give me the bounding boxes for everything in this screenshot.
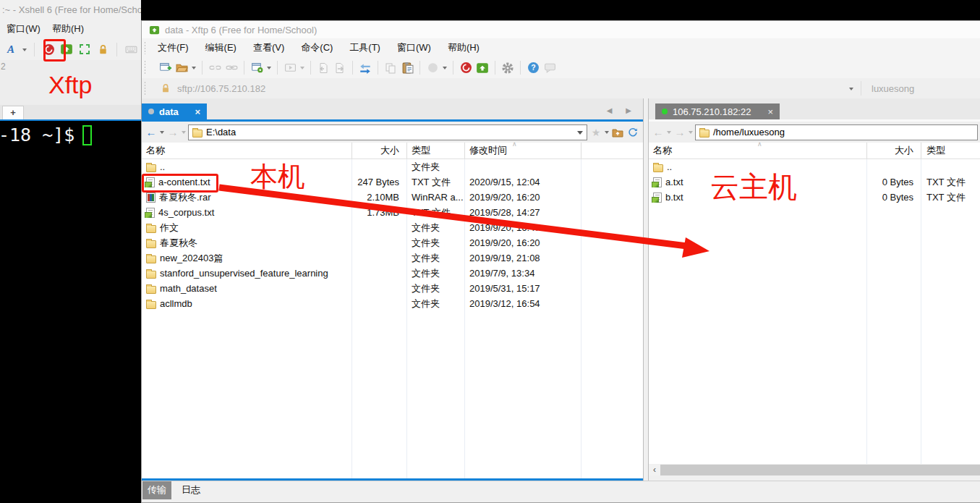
xftp-menu-item[interactable]: 窗口(W) <box>397 41 431 54</box>
file-row[interactable]: 春夏秋冬.rar2.10MBWinRAR a...2019/9/20, 16:2… <box>142 190 643 205</box>
file-name-cell[interactable]: a.txt <box>649 177 866 187</box>
open-folder-icon[interactable] <box>175 62 188 75</box>
remote-forward-caret[interactable] <box>689 131 693 136</box>
file-name-cell[interactable]: new_202403篇 <box>142 252 351 265</box>
back-icon[interactable]: ← <box>145 126 158 139</box>
file-row[interactable]: b.txt0 BytesTXT 文件 <box>649 190 980 205</box>
file-name-cell[interactable]: math_dataset <box>142 283 351 294</box>
xftp-menu-item[interactable]: 命令(C) <box>301 41 333 54</box>
xftp-launch-icon[interactable] <box>476 62 489 75</box>
file-name-cell[interactable]: 春夏秋冬 <box>142 237 351 250</box>
address-url[interactable]: sftp://106.75.210.182 <box>177 83 265 94</box>
new-session-icon[interactable] <box>158 62 171 75</box>
file-row[interactable]: 4s_corpus.txt1.73MBTXT 文件2019/5/28, 14:2… <box>142 205 643 220</box>
xftp-menu-item[interactable]: 查看(V) <box>253 41 284 54</box>
address-bar[interactable]: sftp://106.75.210.182 luxuesong <box>142 78 980 98</box>
file-row[interactable]: new_202403篇文件夹2019/9/19, 21:08 <box>142 250 643 266</box>
status-circle-caret[interactable] <box>443 67 447 72</box>
file-row[interactable]: 春夏秋冬文件夹2019/9/20, 16:20 <box>142 235 643 250</box>
previous-file-icon[interactable] <box>317 62 330 75</box>
file-row[interactable]: ..文件夹 <box>142 159 643 174</box>
file-name-cell[interactable]: acllmdb <box>142 298 351 309</box>
fullscreen-icon[interactable] <box>78 43 91 56</box>
remote-path-combobox[interactable]: /home/luxuesong <box>695 124 978 140</box>
remote-back-icon[interactable]: ← <box>652 126 665 139</box>
username-field[interactable]: luxuesong <box>872 83 980 94</box>
transfer-icon[interactable] <box>359 62 372 75</box>
new-terminal-tab-button[interactable]: + <box>2 106 24 119</box>
column-header-type[interactable]: 类型 <box>406 144 464 157</box>
xshell-logo-icon[interactable] <box>42 43 55 56</box>
reconnect-icon[interactable] <box>225 62 238 75</box>
address-history-caret[interactable] <box>849 88 853 93</box>
local-path-combobox[interactable]: E:\data <box>188 124 587 140</box>
remote-back-caret[interactable] <box>667 131 671 136</box>
file-row[interactable]: a.txt0 BytesTXT 文件 <box>649 174 980 190</box>
column-divider[interactable] <box>921 143 921 158</box>
scrollbar-left-arrow[interactable]: ‹ <box>649 465 660 475</box>
file-row[interactable]: math_dataset文件夹2019/5/31, 15:17 <box>142 281 643 296</box>
remote-tab[interactable]: 106.75.210.182:22 × <box>655 103 780 119</box>
copy-icon[interactable] <box>384 62 397 75</box>
execute-caret[interactable] <box>300 67 304 72</box>
file-name-cell[interactable]: 春夏秋冬.rar <box>142 191 351 204</box>
xshell-menu-item[interactable]: 窗口(W) <box>7 22 41 35</box>
file-name-cell[interactable]: 4s_corpus.txt <box>142 207 351 218</box>
xftp-menu-item[interactable]: 编辑(E) <box>205 41 237 54</box>
file-name-cell[interactable]: 作文 <box>142 221 351 234</box>
xshell-menu-item[interactable]: 帮助(H) <box>52 22 84 35</box>
file-row[interactable]: stanford_unsupervised_feature_learning文件… <box>142 266 643 281</box>
disconnect-icon[interactable] <box>208 62 221 75</box>
column-header-name[interactable]: 名称 <box>142 144 351 157</box>
pane-splitter[interactable] <box>643 98 649 481</box>
file-name-cell[interactable]: a-content.txt <box>142 177 351 187</box>
scrollbar-thumb[interactable] <box>660 465 980 475</box>
next-file-icon[interactable] <box>333 62 346 75</box>
xftp-menu-item[interactable]: 工具(T) <box>349 41 380 54</box>
forward-icon[interactable]: → <box>166 126 179 139</box>
properties-icon[interactable] <box>250 62 263 75</box>
remote-tab-close-icon[interactable]: × <box>767 106 773 117</box>
column-header-size[interactable]: 大小 <box>351 144 406 157</box>
file-row[interactable]: a-content.txt247 BytesTXT 文件2020/9/15, 1… <box>142 174 643 190</box>
column-header-modified[interactable]: 修改时间 <box>464 144 507 157</box>
home-icon[interactable] <box>611 126 624 139</box>
forward-history-caret[interactable] <box>182 131 186 136</box>
settings-gear-icon[interactable] <box>501 62 514 75</box>
font-tool-icon[interactable]: A <box>4 43 17 56</box>
column-divider[interactable] <box>866 143 867 158</box>
local-tab-close-icon[interactable]: × <box>195 106 200 117</box>
execute-icon[interactable] <box>284 62 297 75</box>
column-divider[interactable] <box>581 143 581 158</box>
favorites-icon[interactable]: ★ <box>589 126 602 139</box>
column-divider[interactable] <box>406 143 407 158</box>
back-history-caret[interactable] <box>160 131 164 136</box>
column-divider[interactable] <box>351 143 352 158</box>
terminal[interactable]: -18 ~]$ <box>0 121 141 503</box>
xftp-menu-item[interactable]: 文件(F) <box>158 41 189 54</box>
open-xftp-icon[interactable] <box>60 43 73 56</box>
transfers-tab[interactable]: 传输 <box>142 481 171 499</box>
keyboard-icon[interactable] <box>124 43 137 56</box>
path-dropdown-caret[interactable] <box>577 131 583 138</box>
status-circle-icon[interactable] <box>426 62 439 75</box>
open-folder-caret[interactable] <box>192 67 196 72</box>
remote-horizontal-scrollbar[interactable]: ‹ <box>649 465 980 475</box>
favorites-caret[interactable] <box>605 131 609 136</box>
file-name-cell[interactable]: stanford_unsupervised_feature_learning <box>142 268 351 279</box>
help-icon[interactable]: ? <box>527 62 540 75</box>
local-tab[interactable]: data × <box>142 103 207 119</box>
file-name-cell[interactable]: .. <box>649 161 866 172</box>
file-name-cell[interactable]: b.txt <box>649 192 866 203</box>
log-tab[interactable]: 日志 <box>176 481 205 499</box>
xshell-launch-icon[interactable] <box>459 62 472 75</box>
file-row[interactable]: .. <box>649 159 980 174</box>
feedback-icon[interactable] <box>543 62 556 75</box>
paste-icon[interactable] <box>401 62 414 75</box>
column-divider[interactable] <box>464 143 465 158</box>
file-name-cell[interactable]: .. <box>142 161 351 172</box>
tab-scroll-arrows[interactable]: ◀ ▶ <box>607 106 637 114</box>
file-row[interactable]: acllmdb文件夹2019/3/12, 16:54 <box>142 296 643 311</box>
column-header-type[interactable]: 类型 <box>921 144 945 157</box>
font-tool-caret[interactable] <box>22 48 27 54</box>
